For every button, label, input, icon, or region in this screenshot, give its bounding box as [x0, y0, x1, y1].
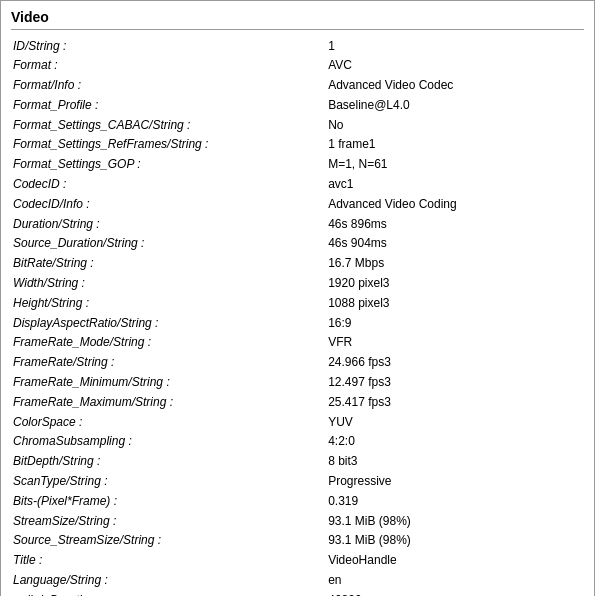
table-row: Format_Settings_CABAC/String :No — [11, 115, 584, 135]
table-row: Format :AVC — [11, 56, 584, 76]
row-value: 4:2:0 — [326, 432, 584, 452]
table-row: Format_Settings_GOP :M=1, N=61 — [11, 155, 584, 175]
row-label: DisplayAspectRatio/String : — [11, 313, 326, 333]
row-value: 93.1 MiB (98%) — [326, 511, 584, 531]
row-value: VFR — [326, 333, 584, 353]
table-row: FrameRate_Maximum/String :25.417 fps3 — [11, 392, 584, 412]
row-label: Format_Settings_GOP : — [11, 155, 326, 175]
row-label: Height/String : — [11, 293, 326, 313]
table-row: Height/String :1088 pixel3 — [11, 293, 584, 313]
row-label: mdhd_Duration : — [11, 590, 326, 596]
table-row: ColorSpace :YUV — [11, 412, 584, 432]
row-label: Format/Info : — [11, 76, 326, 96]
table-row: Source_Duration/String :46s 904ms — [11, 234, 584, 254]
row-label: ID/String : — [11, 36, 326, 56]
row-value: 93.1 MiB (98%) — [326, 531, 584, 551]
row-value: YUV — [326, 412, 584, 432]
table-row: Language/String :en — [11, 571, 584, 591]
row-label: Width/String : — [11, 274, 326, 294]
table-row: CodecID/Info :Advanced Video Coding — [11, 194, 584, 214]
table-row: Format/Info :Advanced Video Codec — [11, 76, 584, 96]
row-value: Progressive — [326, 472, 584, 492]
table-row: FrameRate_Mode/String :VFR — [11, 333, 584, 353]
row-label: ColorSpace : — [11, 412, 326, 432]
table-row: Title :VideoHandle — [11, 551, 584, 571]
row-label: Title : — [11, 551, 326, 571]
row-value: No — [326, 115, 584, 135]
row-value: 1 — [326, 36, 584, 56]
table-row: DisplayAspectRatio/String :16:9 — [11, 313, 584, 333]
row-value: 16.7 Mbps — [326, 254, 584, 274]
row-label: Format_Profile : — [11, 95, 326, 115]
row-label: ChromaSubsampling : — [11, 432, 326, 452]
row-value: 8 bit3 — [326, 452, 584, 472]
row-value: 1088 pixel3 — [326, 293, 584, 313]
row-label: Format_Settings_RefFrames/String : — [11, 135, 326, 155]
row-value: 1 frame1 — [326, 135, 584, 155]
row-label: Source_Duration/String : — [11, 234, 326, 254]
row-label: BitDepth/String : — [11, 452, 326, 472]
row-label: CodecID : — [11, 175, 326, 195]
row-value: AVC — [326, 56, 584, 76]
table-row: Width/String :1920 pixel3 — [11, 274, 584, 294]
video-info-panel: Video ID/String :1Format :AVCFormat/Info… — [0, 0, 595, 596]
row-label: Language/String : — [11, 571, 326, 591]
row-value: avc1 — [326, 175, 584, 195]
row-value: 1920 pixel3 — [326, 274, 584, 294]
row-label: Format : — [11, 56, 326, 76]
table-row: ID/String :1 — [11, 36, 584, 56]
table-row: ChromaSubsampling :4:2:0 — [11, 432, 584, 452]
section-title: Video — [11, 9, 584, 30]
row-label: Duration/String : — [11, 214, 326, 234]
table-row: CodecID :avc1 — [11, 175, 584, 195]
row-label: FrameRate_Mode/String : — [11, 333, 326, 353]
row-value: 16:9 — [326, 313, 584, 333]
row-label: FrameRate_Minimum/String : — [11, 373, 326, 393]
row-value: 24.966 fps3 — [326, 353, 584, 373]
row-value: 12.497 fps3 — [326, 373, 584, 393]
table-row: Format_Settings_RefFrames/String :1 fram… — [11, 135, 584, 155]
row-label: BitRate/String : — [11, 254, 326, 274]
row-label: Format_Settings_CABAC/String : — [11, 115, 326, 135]
row-value: Baseline@L4.0 — [326, 95, 584, 115]
row-value: 46s 904ms — [326, 234, 584, 254]
row-value: Advanced Video Codec — [326, 76, 584, 96]
table-row: Source_StreamSize/String :93.1 MiB (98%) — [11, 531, 584, 551]
row-label: Source_StreamSize/String : — [11, 531, 326, 551]
row-label: ScanType/String : — [11, 472, 326, 492]
table-row: Bits-(Pixel*Frame) :0.319 — [11, 491, 584, 511]
table-row: FrameRate_Minimum/String :12.497 fps3 — [11, 373, 584, 393]
table-row: ScanType/String :Progressive — [11, 472, 584, 492]
row-value: 25.417 fps3 — [326, 392, 584, 412]
row-value: 46s 896ms — [326, 214, 584, 234]
row-value: M=1, N=61 — [326, 155, 584, 175]
info-table: ID/String :1Format :AVCFormat/Info :Adva… — [11, 36, 584, 596]
table-row: BitDepth/String :8 bit3 — [11, 452, 584, 472]
row-label: FrameRate_Maximum/String : — [11, 392, 326, 412]
row-value: VideoHandle — [326, 551, 584, 571]
row-value: Advanced Video Coding — [326, 194, 584, 214]
table-row: mdhd_Duration :46896 — [11, 590, 584, 596]
row-label: StreamSize/String : — [11, 511, 326, 531]
table-row: BitRate/String :16.7 Mbps — [11, 254, 584, 274]
row-label: CodecID/Info : — [11, 194, 326, 214]
row-value: 46896 — [326, 590, 584, 596]
row-value: en — [326, 571, 584, 591]
table-row: Duration/String :46s 896ms — [11, 214, 584, 234]
table-row: Format_Profile :Baseline@L4.0 — [11, 95, 584, 115]
row-label: FrameRate/String : — [11, 353, 326, 373]
row-value: 0.319 — [326, 491, 584, 511]
row-label: Bits-(Pixel*Frame) : — [11, 491, 326, 511]
table-row: StreamSize/String :93.1 MiB (98%) — [11, 511, 584, 531]
table-row: FrameRate/String :24.966 fps3 — [11, 353, 584, 373]
